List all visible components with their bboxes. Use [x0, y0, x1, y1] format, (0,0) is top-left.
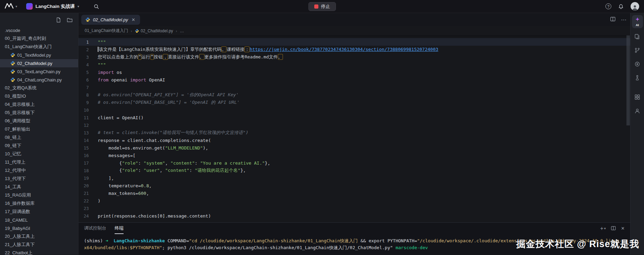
code-line-18[interactable]: 18 {"role": "user", "content": "请给我的花店起个… — [78, 167, 630, 174]
explorer-folder-16_操作数据库[interactable]: 16_操作数据库 — [0, 199, 78, 208]
explorer-folder-20_人脉工具上[interactable]: 20_人脉工具上 — [0, 232, 78, 241]
stop-icon — [314, 4, 318, 9]
explorer-folder-18_CAMEL[interactable]: 18_CAMEL — [0, 216, 78, 224]
code-line-23[interactable]: 23 — [78, 204, 630, 212]
code-line-13[interactable]: 13# text = client.invoke("请给我写一句情人节红玫瑰的中… — [78, 129, 630, 136]
code-line-3[interactable]: 3您可以点击最上方的“运行”按钮，直接运行该文件。更多操作指引请参考Readme… — [78, 53, 630, 61]
notifications-bell-icon[interactable] — [617, 2, 625, 11]
code-line-8[interactable]: 8# os.environ["OPENAI_API_KEY"] = '你的Ope… — [78, 91, 630, 99]
code-line-6[interactable]: 6from openai import OpenAI — [78, 76, 630, 84]
line-number: 13 — [78, 130, 98, 135]
explorer-folder-07_解析输出[interactable]: 07_解析输出 — [0, 125, 78, 133]
code-line-4[interactable]: 4""" — [78, 61, 630, 68]
new-terminal-icon[interactable]: +▾ — [600, 225, 606, 232]
explorer-folder-01_LangChain快速入门[interactable]: 01_LangChain快速入门 — [0, 43, 78, 51]
explorer-folder-06_调用模型[interactable]: 06_调用模型 — [0, 117, 78, 125]
explorer-item-label: 16_操作数据库 — [5, 200, 35, 207]
explorer-folder-10_记忆[interactable]: 10_记忆 — [0, 150, 78, 158]
explorer-folder-00_开篇词_奇点时刻[interactable]: 00_开篇词_奇点时刻 — [0, 34, 78, 43]
pages-icon[interactable] — [632, 31, 643, 42]
code-line-1[interactable]: 1""" — [78, 38, 630, 46]
tab-label: 02_ChatModel.py — [93, 17, 128, 22]
explorer-folder-02_文档QA系统[interactable]: 02_文档QA系统 — [0, 84, 78, 92]
ai-assistant-button[interactable]: AI — [632, 15, 643, 28]
explorer-folder-15_RAG应用[interactable]: 15_RAG应用 — [0, 191, 78, 199]
code-line-21[interactable]: 21 max_tokens=600, — [78, 189, 630, 197]
user-avatar[interactable] — [631, 2, 639, 11]
code-line-text: client = OpenAI() — [98, 115, 144, 120]
breadcrumb-symbol[interactable]: … — [180, 29, 184, 33]
code-line-15[interactable]: 15 model=os.environ.get("LLM_MODELEND"), — [78, 144, 630, 152]
explorer-item-label: 08_链上 — [5, 134, 21, 141]
panel-header: 调试控制台 终端 +▾ ✕ — [78, 223, 630, 234]
explorer-folder-17_回调函数[interactable]: 17_回调函数 — [0, 208, 78, 216]
tab-debug-console[interactable]: 调试控制台 — [84, 223, 106, 234]
explorer-folder-21_人脉工具下[interactable]: 21_人脉工具下 — [0, 241, 78, 249]
split-panel-icon[interactable] — [611, 225, 616, 232]
explorer-folder-12_代理中[interactable]: 12_代理中 — [0, 166, 78, 175]
code-line-12[interactable]: 12 — [78, 121, 630, 129]
explorer-folder-14_工具[interactable]: 14_工具 — [0, 183, 78, 191]
explorer-toolbar — [0, 14, 78, 25]
new-folder-icon[interactable] — [67, 17, 73, 23]
code-editor[interactable]: 1"""2该文件是【LangChain系统安装和快速入门】章节的配套代码。课程链… — [78, 35, 630, 222]
code-line-text: # os.environ["OPENAI_BASE_URL"] = 'OpenA… — [98, 99, 240, 106]
stop-button[interactable]: 停止 — [308, 2, 336, 11]
breadcrumb-folder[interactable]: 01_LangChain快速入门 — [85, 28, 128, 34]
code-line-19[interactable]: 19 ], — [78, 174, 630, 182]
stop-button-label: 停止 — [321, 3, 330, 10]
split-editor-icon[interactable] — [610, 16, 615, 23]
app-logo-menu[interactable]: ▾ — [5, 3, 17, 10]
extensions-grid-icon[interactable] — [632, 91, 643, 102]
help-icon[interactable]: ? — [605, 3, 611, 9]
explorer-item-label: 09_链下 — [5, 143, 21, 149]
tab-02-chatmodel[interactable]: 02_ChatModel.py ✕ — [81, 15, 140, 25]
breadcrumb: 01_LangChain快速入门 › 02_ChatModel.py › … — [78, 26, 630, 35]
record-icon[interactable] — [632, 58, 643, 69]
terminal-output[interactable]: (shims) ➜ LangChain-shizhanke COMMAND="c… — [78, 234, 630, 255]
explorer-folder-08_链上[interactable]: 08_链上 — [0, 133, 78, 142]
python-file-icon — [10, 77, 15, 82]
flask-icon[interactable] — [632, 72, 643, 83]
breadcrumb-file[interactable]: 02_ChatModel.py — [135, 29, 173, 33]
code-line-16[interactable]: 16 messages=[ — [78, 152, 630, 159]
code-line-7[interactable]: 7 — [78, 84, 630, 91]
code-line-11[interactable]: 11client = OpenAI() — [78, 114, 630, 121]
explorer-folder-13_代理下[interactable]: 13_代理下 — [0, 175, 78, 183]
tab-terminal[interactable]: 终端 — [115, 223, 124, 234]
more-actions-icon[interactable]: ⋯ — [621, 16, 627, 23]
breadcrumb-separator: › — [176, 29, 177, 33]
code-line-10[interactable]: 10 — [78, 106, 630, 114]
code-line-text: import os — [98, 70, 122, 75]
new-file-icon[interactable] — [56, 17, 61, 23]
code-line-14[interactable]: 14response = client.chat.completions.cre… — [78, 136, 630, 144]
explorer-folder-22_Chatbot上[interactable]: 22_Chatbot上 — [0, 249, 78, 255]
code-line-22[interactable]: 22) — [78, 197, 630, 204]
user-icon[interactable] — [632, 105, 643, 116]
explorer-file-01_TextModel.py[interactable]: 01_TextModel.py — [0, 51, 78, 59]
explorer-file-03_TextLangChain.py[interactable]: 03_TextLangChain.py — [0, 67, 78, 76]
explorer-file-02_ChatModel.py[interactable]: 02_ChatModel.py — [0, 59, 78, 67]
search-icon[interactable] — [92, 2, 101, 11]
code-line-5[interactable]: 5import os — [78, 68, 630, 76]
explorer-folder-11_代理上[interactable]: 11_代理上 — [0, 158, 78, 166]
explorer-folder-.vscode[interactable]: .vscode — [0, 26, 78, 34]
code-line-17[interactable]: 17 {"role": "system", "content": "You ar… — [78, 159, 630, 167]
explorer-file-04_ChatLongChain.py[interactable]: 04_ChatLongChain.py — [0, 76, 78, 84]
code-line-9[interactable]: 9# os.environ["OPENAI_BASE_URL"] = 'Open… — [78, 99, 630, 106]
explorer-folder-19_BabyAGI[interactable]: 19_BabyAGI — [0, 224, 78, 232]
code-line-2[interactable]: 2该文件是【LangChain系统安装和快速入门】章节的配套代码。课程链接：ht… — [78, 46, 630, 53]
bottom-panel: 调试控制台 终端 +▾ ✕ (shims) ➜ LangChain-shizha… — [78, 222, 630, 255]
code-line-text: messages=[ — [98, 153, 136, 158]
scrollbar-thumb[interactable] — [626, 35, 630, 125]
git-branch-icon[interactable] — [632, 45, 643, 56]
explorer-folder-05_提示模板下[interactable]: 05_提示模板下 — [0, 109, 78, 117]
explorer-folder-09_链下[interactable]: 09_链下 — [0, 142, 78, 150]
workspace-switcher[interactable]: LangChain 实战课 ▾ — [26, 3, 79, 10]
explorer-folder-03_模型IO[interactable]: 03_模型IO — [0, 92, 78, 100]
close-panel-icon[interactable]: ✕ — [621, 226, 625, 231]
code-line-20[interactable]: 20 temperature=0.8, — [78, 182, 630, 189]
code-line-24[interactable]: 24print(response.choices[0].message.cont… — [78, 212, 630, 220]
tab-close-icon[interactable]: ✕ — [131, 17, 136, 23]
explorer-folder-04_提示模板上[interactable]: 04_提示模板上 — [0, 100, 78, 109]
